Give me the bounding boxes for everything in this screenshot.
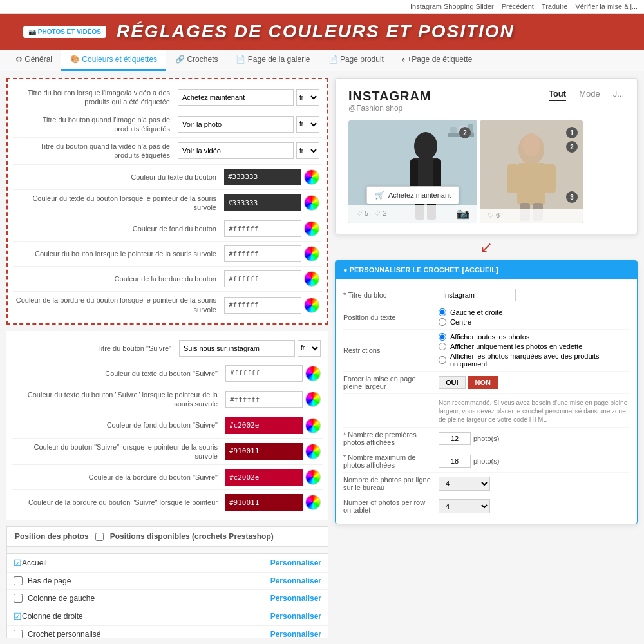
radio-position-texte: Gauche et droite Centre	[439, 308, 502, 326]
translate-link[interactable]: Traduire	[542, 3, 568, 10]
badge-1: 2	[459, 127, 471, 138]
ig-footer-2: ♡ 6	[480, 209, 583, 223]
radio-label-gauche-droite: Gauche et droite	[450, 308, 502, 316]
color-group-follow-border-hover: #910011	[225, 494, 321, 511]
color-preview-follow-border-hover: #910011	[225, 494, 303, 511]
row-position-texte: Position du texte Gauche et droite Centr…	[343, 305, 629, 330]
color-picker-follow-btn-hover[interactable]	[305, 444, 321, 459]
toggle-oui[interactable]: OUI	[439, 376, 466, 389]
form-row-follow-btn-hover: Couleur du bouton "Suivre" lorsque le po…	[12, 439, 323, 466]
input-follow-title[interactable]	[179, 340, 295, 357]
toggle-non[interactable]: NON	[468, 376, 498, 389]
tab-product[interactable]: 📄 Page produit	[319, 50, 393, 71]
input-buy-title[interactable]	[178, 89, 294, 106]
position-row-bas-page: Bas de page Personnaliser	[7, 573, 328, 590]
radio-gauche-droite[interactable]: Gauche et droite	[439, 308, 502, 316]
input-video-title[interactable]	[178, 142, 294, 159]
toggle-pleine-largeur: OUI NON	[439, 376, 498, 389]
personalize-col-droite[interactable]: Personnaliser	[270, 612, 321, 621]
radio-input-gauche-droite[interactable]	[439, 308, 446, 316]
row-titre-bloc: * Titre du bloc	[343, 285, 629, 305]
color-picker-text-hover[interactable]	[304, 195, 319, 211]
tab-colors[interactable]: 🎨 Couleurs et étiquettes	[61, 50, 166, 71]
prev-link[interactable]: Précédent	[502, 3, 534, 10]
label-video-title: Titre du bouton quand la vidéo n'a pas d…	[15, 142, 175, 160]
select-photos-bureau[interactable]: 4 3 5 6	[439, 477, 490, 491]
input-titre-bloc[interactable]	[439, 289, 516, 301]
row-nb-premieres: * Nombre de premières photos affichées p…	[343, 428, 629, 450]
input-nb-premieres[interactable]	[439, 432, 471, 445]
top-bar: Instagram Shopping Slider Précédent Trad…	[0, 0, 644, 14]
label-border-hover-color: Couleur de la bordure du bouton lorsque …	[15, 296, 222, 314]
radio-input-all[interactable]	[439, 333, 446, 341]
color-picker-follow-border-hover[interactable]	[305, 495, 321, 510]
radio-vedette[interactable]: Afficher uniquement les photos en vedett…	[439, 343, 629, 350]
pos-name-col-droite: Colonne de droite	[22, 612, 270, 621]
radio-tagged[interactable]: Afficher les photos marquées avec des pr…	[439, 352, 629, 368]
color-group-follow-bg: #c2002e	[225, 417, 321, 434]
check-col-droite: ☑	[14, 611, 22, 621]
tab-tag[interactable]: 🏷 Page de étiquette	[393, 50, 481, 71]
position-row-col-droite: ☑ Colonne de droite Personnaliser	[7, 607, 328, 626]
label-border-color: Couleur de la bordure du bouton	[15, 274, 222, 283]
color-picker-border[interactable]	[304, 271, 319, 287]
lang-select-2[interactable]: fr	[296, 116, 319, 133]
radio-centre[interactable]: Centre	[439, 318, 502, 326]
position-table-header	[7, 546, 328, 554]
color-picker-follow-text[interactable]	[305, 366, 321, 381]
radio-input-tagged[interactable]	[439, 356, 446, 364]
tab-gallery[interactable]: 📄 Page de la galerie	[227, 50, 319, 71]
red-arrow-down: ↙	[335, 238, 638, 256]
personalize-crochet[interactable]: Personnaliser	[270, 630, 321, 638]
personalize-col-gauche[interactable]: Personnaliser	[270, 594, 321, 603]
ig-tab-tout[interactable]: Tout	[549, 89, 566, 101]
color-picker-border-hover[interactable]	[304, 298, 319, 313]
banner-title: RÉGLAGES DE COULEURS ET POSITION	[117, 21, 515, 42]
color-preview-follow-btn-hover: #910011	[225, 443, 303, 460]
select-photos-tablet[interactable]: 4 3 2	[439, 499, 490, 513]
color-preview-follow-bg: #c2002e	[225, 417, 303, 434]
check-bas-page[interactable]	[14, 576, 23, 585]
banner: 📷 PHOTOS ET VIDÉOS RÉGLAGES DE COULEURS …	[0, 14, 644, 50]
ig-tab-other[interactable]: J...	[613, 89, 624, 101]
position-row-accueil: ☑ Accueil Personnaliser	[7, 554, 328, 573]
personalize-bas-page[interactable]: Personnaliser	[270, 576, 321, 585]
label-position-texte: Position du texte	[343, 314, 433, 321]
radio-input-vedette[interactable]	[439, 343, 446, 350]
right-panel: INSTAGRAM @Fashion shop Tout Mode J...	[335, 78, 638, 632]
form-row-follow-border: Couleur de la bordure du bouton "Suivre"…	[12, 465, 323, 490]
input-photo-title[interactable]	[178, 116, 294, 133]
main-content: Titre du bouton lorsque l'image/la vidéo…	[0, 71, 644, 638]
color-picker-text[interactable]	[304, 169, 319, 185]
color-picker-follow-bg[interactable]	[305, 418, 321, 433]
label-follow-title: Titre du bouton "Suivre"	[14, 344, 176, 353]
buy-button[interactable]: 🛒 Achetez maintenant	[366, 186, 459, 204]
label-follow-btn-hover: Couleur du bouton "Suivre" lorsque le po…	[14, 442, 223, 461]
photos-input-group-2: photo(s)	[439, 455, 499, 468]
label-btn-hover-color: Couleur du bouton lorsque le pointeur de…	[15, 249, 222, 258]
positions-available-checkbox[interactable]	[95, 533, 104, 541]
lang-select-follow[interactable]: fr	[298, 340, 321, 357]
color-picker-follow-text-hover[interactable]	[305, 392, 321, 407]
check-crochet[interactable]	[14, 630, 23, 638]
input-nb-max[interactable]	[439, 455, 471, 468]
personalize-accueil[interactable]: Personnaliser	[270, 558, 321, 567]
radio-label-all: Afficher toutes les photos	[450, 333, 529, 341]
left-panel: Titre du bouton lorsque l'image/la vidéo…	[6, 78, 328, 632]
color-picker-btn-hover[interactable]	[304, 246, 319, 261]
color-picker-bg[interactable]	[304, 221, 319, 236]
tab-hooks[interactable]: 🔗 Crochets	[166, 50, 227, 71]
verify-link[interactable]: Vérifier la mise à j...	[575, 3, 638, 10]
lang-select-3[interactable]: fr	[296, 142, 319, 159]
check-col-gauche[interactable]	[14, 594, 23, 603]
lang-select-1[interactable]: fr	[296, 89, 319, 106]
label-photos-ligne-bureau: Nombre de photos par ligne sur le bureau	[343, 476, 433, 491]
radio-all-photos[interactable]: Afficher toutes les photos	[439, 333, 629, 341]
ig-tab-mode[interactable]: Mode	[579, 89, 600, 101]
row-note: Non recommandé. Si vous avez besoin d'un…	[343, 394, 629, 428]
tab-general[interactable]: ⚙ Général	[6, 50, 61, 71]
radio-input-centre[interactable]	[439, 318, 446, 326]
color-picker-follow-border[interactable]	[305, 469, 321, 485]
color-group-follow-border: #c2002e	[225, 469, 321, 486]
ig-header: INSTAGRAM @Fashion shop Tout Mode J...	[336, 79, 637, 118]
